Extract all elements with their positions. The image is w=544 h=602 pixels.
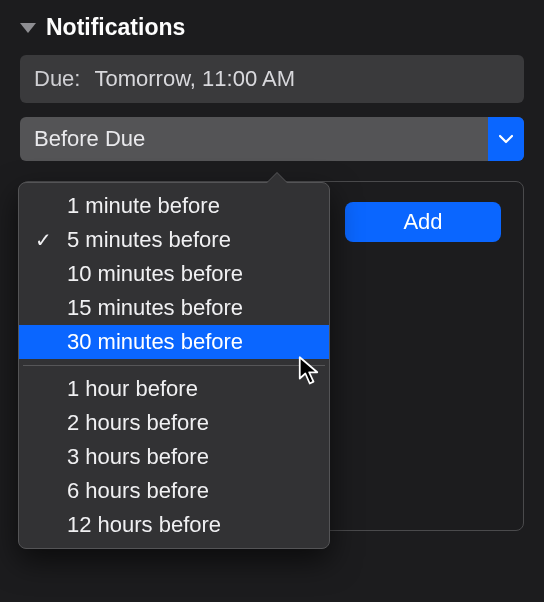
menu-item-label: 1 minute before xyxy=(67,193,220,219)
menu-item-label: 15 minutes before xyxy=(67,295,243,321)
menu-item-label: 5 minutes before xyxy=(67,227,231,253)
menu-item[interactable]: 3 hours before xyxy=(19,440,329,474)
section-header[interactable]: Notifications xyxy=(20,14,524,41)
menu-item[interactable]: 2 hours before xyxy=(19,406,329,440)
time-before-menu[interactable]: 1 minute before✓5 minutes before10 minut… xyxy=(18,182,330,549)
menu-item-label: 2 hours before xyxy=(67,410,209,436)
menu-item-label: 12 hours before xyxy=(67,512,221,538)
dropdown-arrow[interactable] xyxy=(488,117,524,161)
menu-item[interactable]: 12 hours before xyxy=(19,508,329,542)
menu-item[interactable]: 1 hour before xyxy=(19,372,329,406)
chevron-down-icon xyxy=(499,134,513,144)
due-value: Tomorrow, 11:00 AM xyxy=(94,66,295,92)
menu-item[interactable]: 1 minute before xyxy=(19,189,329,223)
menu-item[interactable]: 10 minutes before xyxy=(19,257,329,291)
menu-item[interactable]: 30 minutes before xyxy=(19,325,329,359)
add-button-label: Add xyxy=(403,209,442,235)
due-label: Due: xyxy=(34,66,80,92)
due-row[interactable]: Due: Tomorrow, 11:00 AM xyxy=(20,55,524,103)
add-button[interactable]: Add xyxy=(345,202,501,242)
before-due-dropdown[interactable]: Before Due xyxy=(20,117,524,161)
menu-item-label: 6 hours before xyxy=(67,478,209,504)
menu-item[interactable]: ✓5 minutes before xyxy=(19,223,329,257)
checkmark-icon: ✓ xyxy=(35,228,52,252)
menu-separator xyxy=(23,365,325,366)
menu-item[interactable]: 15 minutes before xyxy=(19,291,329,325)
menu-item[interactable]: 6 hours before xyxy=(19,474,329,508)
dropdown-label: Before Due xyxy=(34,126,145,152)
menu-item-label: 30 minutes before xyxy=(67,329,243,355)
menu-item-label: 10 minutes before xyxy=(67,261,243,287)
menu-item-label: 3 hours before xyxy=(67,444,209,470)
menu-item-label: 1 hour before xyxy=(67,376,198,402)
disclosure-triangle-icon[interactable] xyxy=(20,23,36,33)
section-title: Notifications xyxy=(46,14,185,41)
menu-pointer-icon xyxy=(267,173,287,183)
